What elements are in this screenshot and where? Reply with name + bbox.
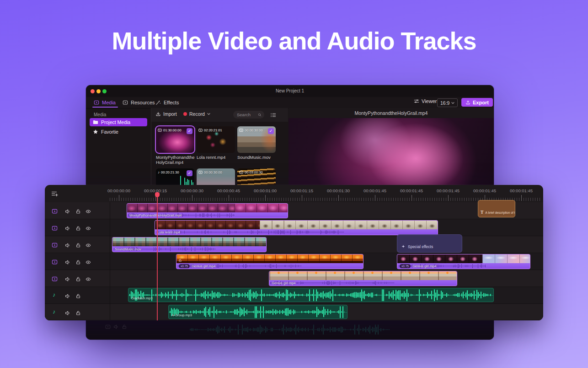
tab-media[interactable]: Media bbox=[94, 98, 116, 107]
timeline-clip-geniusgirl-left[interactable]: x0.75 Genius girl.mp4 bbox=[176, 254, 363, 269]
ruler-tick-major bbox=[521, 195, 522, 201]
sidebar-item-favortie[interactable]: Favortie bbox=[93, 128, 118, 135]
hide-track-icon[interactable] bbox=[86, 209, 91, 214]
ruler-tick-minor bbox=[377, 198, 378, 201]
media-tab-icon bbox=[94, 100, 99, 105]
ruler-tick-minor bbox=[251, 198, 252, 201]
ruler-tick-minor bbox=[158, 198, 158, 201]
view-mode-button[interactable] bbox=[270, 112, 276, 120]
aspect-ratio-select[interactable]: 16:9 bbox=[437, 98, 458, 107]
search-box[interactable] bbox=[233, 111, 264, 119]
ruler-tick-minor bbox=[530, 198, 531, 201]
ruler-tick-minor bbox=[396, 198, 396, 201]
timeline-clip-agroup[interactable]: A-Group.mp3 bbox=[168, 305, 347, 319]
lock-track-icon[interactable] bbox=[75, 226, 81, 231]
ruler-label: 00:00:00:00 bbox=[101, 188, 137, 193]
timeline-clip-geniusgirl-right[interactable]: x0.75 Genius girl.mp4 bbox=[397, 254, 530, 269]
search-input[interactable] bbox=[236, 112, 256, 118]
media-duration-badge: 01:30:00:00 bbox=[158, 128, 182, 132]
mute-track-icon[interactable] bbox=[65, 226, 70, 231]
hide-track-icon[interactable] bbox=[86, 243, 91, 248]
timeline-clip-special-effects[interactable]: Special effects bbox=[397, 234, 462, 253]
lock-track-icon[interactable] bbox=[75, 243, 81, 248]
ruler-tick-minor bbox=[183, 198, 183, 201]
ruler-tick-minor bbox=[423, 198, 423, 201]
media-item-card[interactable]: 00:00:30:00✓SoundMusic.mov bbox=[237, 126, 277, 160]
track-header bbox=[45, 236, 110, 253]
ruler-tick-minor bbox=[242, 198, 243, 201]
track-header: ♪ bbox=[45, 287, 110, 304]
ruler-label: 00:00:01:15 bbox=[283, 188, 320, 193]
ruler-label: 00:00:01:45 bbox=[393, 188, 430, 193]
tab-resources[interactable]: Resources bbox=[123, 98, 155, 107]
ruler-tick-minor bbox=[414, 198, 414, 201]
track-type-video-icon[interactable] bbox=[52, 242, 58, 248]
track-type-video-icon[interactable] bbox=[52, 259, 58, 265]
hide-track-icon[interactable] bbox=[86, 260, 91, 265]
track-header: ♪ bbox=[45, 304, 110, 320]
mute-track-icon[interactable] bbox=[65, 209, 70, 214]
timeline-clip-gladiator[interactable]: Gladiator.mp3 bbox=[128, 288, 494, 302]
ruler-tick-minor bbox=[174, 198, 174, 201]
playhead-handle[interactable] bbox=[155, 192, 160, 197]
import-label: Import bbox=[163, 111, 177, 117]
ruler-tick-minor bbox=[197, 198, 197, 201]
record-label: Record bbox=[189, 111, 205, 117]
track-type-video-icon[interactable] bbox=[52, 276, 58, 282]
ruler-tick-minor bbox=[290, 198, 291, 201]
lock-track-icon[interactable] bbox=[75, 276, 81, 282]
media-item-card[interactable]: 01:30:00:00✓MontyPythonandtheHolyGrail.m… bbox=[156, 126, 195, 165]
ruler-tick-minor bbox=[409, 198, 410, 201]
timeline-ruler[interactable]: 00:00:00:0000:00:00:1500:00:00:3000:00:0… bbox=[45, 185, 543, 202]
ruler-tick-minor bbox=[187, 198, 188, 201]
sidebar-item-project-media[interactable]: Project Media bbox=[90, 118, 147, 126]
ruler-tick-minor bbox=[357, 198, 357, 201]
ruler-tick-minor bbox=[286, 198, 286, 201]
record-button[interactable]: Record bbox=[183, 111, 210, 117]
search-icon bbox=[258, 113, 262, 117]
media-thumbnail[interactable]: 00:00:30:00✓ bbox=[237, 126, 276, 153]
upload-icon bbox=[465, 100, 470, 105]
ruler-tick-minor bbox=[524, 198, 524, 201]
track-type-video-icon[interactable] bbox=[52, 208, 58, 214]
timeline-clip-montypython[interactable]: MontyPythonandtheHolyGrail.mp4 bbox=[127, 203, 288, 218]
track-type-video-icon[interactable] bbox=[52, 225, 58, 231]
ruler-tick-minor bbox=[160, 198, 160, 201]
media-item-card[interactable]: 02:20:21:01Lola rennt.mp4 bbox=[197, 126, 236, 160]
lock-track-icon[interactable] bbox=[75, 293, 81, 299]
selected-check-badge[interactable]: ✓ bbox=[187, 170, 192, 176]
ruler-tick-minor bbox=[437, 198, 437, 201]
ruler-tick-minor bbox=[359, 198, 359, 201]
selected-check-badge[interactable]: ✓ bbox=[187, 128, 192, 134]
track-header bbox=[45, 270, 110, 287]
mute-track-icon[interactable] bbox=[65, 293, 70, 299]
import-button[interactable]: Import bbox=[155, 111, 177, 117]
mute-track-icon[interactable] bbox=[65, 260, 70, 265]
selected-check-badge[interactable]: ✓ bbox=[268, 128, 274, 134]
lock-track-icon[interactable] bbox=[75, 260, 81, 265]
video-camera-icon bbox=[239, 171, 243, 174]
mute-track-icon[interactable] bbox=[65, 243, 70, 248]
ruler-tick-minor bbox=[439, 198, 439, 201]
lock-track-icon[interactable] bbox=[75, 209, 81, 214]
export-button[interactable]: Export bbox=[461, 98, 493, 107]
timeline-clip-text[interactable]: T A brief description of the bbox=[478, 200, 515, 217]
ruler-label: 00:00:00:45 bbox=[210, 188, 247, 193]
preview-video[interactable] bbox=[289, 118, 494, 191]
mute-track-icon[interactable] bbox=[65, 276, 70, 282]
ruler-tick-minor bbox=[219, 198, 220, 201]
ruler-tick-minor bbox=[533, 198, 533, 201]
hide-track-icon[interactable] bbox=[86, 276, 91, 282]
media-thumbnail[interactable]: 01:30:00:00✓ bbox=[156, 126, 194, 153]
tab-effects[interactable]: Effects bbox=[155, 98, 179, 107]
ruler-tick-major bbox=[375, 195, 375, 201]
viewer-toggle[interactable]: Viewer bbox=[414, 98, 437, 104]
media-thumbnail[interactable]: 02:20:21:01 bbox=[197, 126, 235, 153]
lock-track-icon[interactable] bbox=[75, 310, 81, 316]
timeline-clip-soundmusic[interactable]: SoundMusic.mov bbox=[112, 237, 267, 252]
timeline-clip-lola[interactable]: Lola rennt.mp4 bbox=[155, 220, 438, 235]
ruler-tick-minor bbox=[231, 198, 231, 201]
mute-track-icon[interactable] bbox=[65, 310, 70, 316]
timeline-clip-geniusgirl-bottom[interactable]: Genius girl.mp4 bbox=[269, 271, 457, 286]
hide-track-icon[interactable] bbox=[86, 226, 91, 231]
